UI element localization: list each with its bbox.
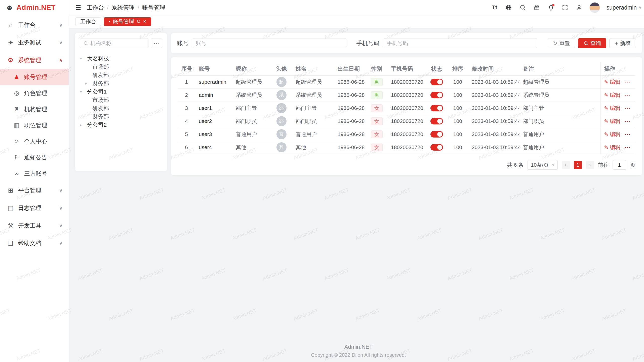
- row-avatar: 超: [276, 77, 287, 87]
- sidebar-item-label: 日志管理: [18, 204, 57, 212]
- status-toggle[interactable]: [430, 118, 443, 124]
- current-username[interactable]: superadmin: [607, 4, 641, 11]
- tree-caret-icon[interactable]: ▸: [80, 123, 87, 127]
- edit-button[interactable]: 编辑: [604, 144, 621, 151]
- nickname-cell: 部门主管: [232, 102, 271, 115]
- sidebar-menu-item[interactable]: ❏ 帮助文档 ∨: [0, 234, 69, 252]
- tab-refresh-icon[interactable]: ↻: [137, 19, 141, 24]
- language-icon[interactable]: [505, 4, 512, 11]
- account-filter-input[interactable]: [196, 40, 343, 46]
- view-tab[interactable]: ● 账号管理 ↻ ✕: [104, 17, 151, 26]
- tree-node[interactable]: ▸ 分公司2: [80, 121, 162, 129]
- status-toggle[interactable]: [430, 79, 443, 85]
- more-actions-icon[interactable]: [624, 144, 631, 151]
- status-toggle[interactable]: [430, 144, 443, 151]
- reset-button[interactable]: 重置: [548, 38, 575, 48]
- sidebar-menu-item[interactable]: ⊞ 平台管理 ∨: [0, 182, 69, 199]
- menu-collapse-icon[interactable]: [75, 4, 81, 11]
- notification-bell-icon[interactable]: [547, 4, 555, 11]
- birthday-cell: 1986-06-28: [334, 75, 366, 88]
- font-size-icon[interactable]: Tt: [491, 4, 498, 11]
- current-page-button[interactable]: 1: [574, 161, 582, 169]
- tree-caret-icon[interactable]: ▾: [80, 89, 87, 94]
- edit-button[interactable]: 编辑: [604, 92, 621, 99]
- prev-page-button[interactable]: [562, 161, 570, 169]
- add-button-label: 新增: [620, 40, 631, 47]
- lock-screen-icon[interactable]: [575, 4, 583, 11]
- remark-cell: 系统管理员: [519, 88, 600, 102]
- edit-button[interactable]: 编辑: [604, 78, 621, 85]
- edit-button[interactable]: 编辑: [604, 131, 621, 138]
- next-page-button[interactable]: [586, 161, 594, 169]
- tree-node[interactable]: 研发部: [80, 104, 162, 112]
- view-tab[interactable]: 工作台: [75, 17, 101, 26]
- tree-node[interactable]: 财务部: [80, 112, 162, 121]
- goto-page-input[interactable]: [613, 160, 626, 170]
- tree-node[interactable]: ▾ 分公司1: [80, 87, 162, 96]
- nickname-cell: 超级管理员: [232, 75, 271, 88]
- sidebar-menu-item[interactable]: ▤ 日志管理 ∨: [0, 199, 69, 217]
- accounts-table-panel: 序号 账号 昵称 头像 姓名 出生日期 性别 手机号码 状态 排序 修改时间: [171, 57, 642, 175]
- org-tree-more-button[interactable]: [151, 38, 162, 48]
- breadcrumb-item[interactable]: 工作台: [87, 4, 111, 12]
- remark-cell: 普通用户: [519, 141, 600, 154]
- col-header-birthday: 出生日期: [334, 62, 366, 75]
- tree-node[interactable]: 市场部: [80, 63, 162, 71]
- tree-node[interactable]: ▸ 财务部: [80, 79, 162, 87]
- edit-button[interactable]: 编辑: [604, 118, 621, 125]
- log-manage-icon: ▤: [6, 204, 15, 212]
- breadcrumb: 工作台 系统管理 账号管理: [87, 4, 165, 12]
- modified-time-cell: 2023-01-03 10:59:44: [468, 128, 519, 141]
- more-actions-icon[interactable]: [624, 78, 631, 85]
- more-actions-icon[interactable]: [624, 92, 631, 99]
- tree-caret-icon[interactable]: ▾: [80, 56, 87, 61]
- sidebar-menu-item[interactable]: ⚐ 通知公告: [0, 149, 69, 165]
- nickname-cell: 普通用户: [232, 128, 271, 141]
- tree-caret-icon[interactable]: ▸: [85, 81, 92, 86]
- more-actions-icon[interactable]: [624, 118, 631, 125]
- status-toggle[interactable]: [430, 131, 443, 138]
- sidebar: Admin.NET ⌂ 工作台 ∨ ✈ 业务测试 ∨ ⚙ 系统管理: [0, 0, 69, 362]
- row-avatar: 系: [276, 90, 287, 100]
- sidebar-menu-item[interactable]: ⚙ 系统管理 ∧: [0, 51, 69, 69]
- sidebar-menu-item[interactable]: ◎ 角色管理: [0, 85, 69, 101]
- status-toggle[interactable]: [430, 105, 443, 111]
- sidebar-item-label: 业务测试: [18, 39, 57, 47]
- tree-node[interactable]: ▾ 大名科技: [80, 54, 162, 63]
- breadcrumb-item[interactable]: 系统管理: [111, 4, 142, 12]
- sidebar-menu-item[interactable]: ⚒ 开发工具 ∨: [0, 217, 69, 234]
- tab-close-icon[interactable]: ✕: [143, 19, 146, 24]
- fullscreen-icon[interactable]: [561, 4, 569, 11]
- org-search-input[interactable]: [90, 40, 145, 46]
- tree-node[interactable]: 研发部: [80, 71, 162, 79]
- status-cell: [426, 88, 447, 102]
- theme-icon[interactable]: [533, 4, 541, 11]
- org-search-field: [80, 38, 148, 48]
- sidebar-menu-item[interactable]: ♜ 机构管理: [0, 101, 69, 117]
- sidebar-menu-item[interactable]: ▥ 职位管理: [0, 117, 69, 133]
- edit-button[interactable]: 编辑: [604, 105, 621, 112]
- row-avatar: 其: [276, 142, 287, 152]
- sidebar-menu-item[interactable]: ∞ 三方账号: [0, 165, 69, 182]
- sidebar-menu-item[interactable]: ♟ 账号管理: [0, 69, 69, 85]
- sidebar-menu-item[interactable]: ⌂ 工作台 ∨: [0, 16, 69, 34]
- status-cell: [426, 102, 447, 115]
- sidebar-menu-item[interactable]: ✈ 业务测试 ∨: [0, 34, 69, 51]
- phone-filter-input[interactable]: [387, 40, 534, 46]
- tree-node-label: 研发部: [92, 105, 109, 112]
- add-button[interactable]: 新增: [609, 38, 636, 48]
- page-size-select[interactable]: 10条/页: [528, 160, 558, 170]
- breadcrumb-item[interactable]: 账号管理: [142, 4, 165, 12]
- total-count-label: 共 6 条: [507, 161, 524, 168]
- query-button[interactable]: 查询: [578, 38, 606, 48]
- main-area: 工作台 系统管理 账号管理 Tt: [69, 0, 644, 362]
- more-actions-icon[interactable]: [624, 105, 631, 112]
- search-icon[interactable]: [519, 4, 527, 11]
- more-actions-icon[interactable]: [624, 131, 631, 138]
- sidebar-menu-item[interactable]: ☺ 个人中心: [0, 133, 69, 149]
- gender-tag: 女: [371, 104, 383, 112]
- user-avatar[interactable]: [589, 2, 600, 13]
- status-toggle[interactable]: [430, 92, 443, 98]
- page-footer: Admin.NET Copyright © 2022 Dilon All rig…: [69, 344, 644, 358]
- tree-node[interactable]: 市场部: [80, 96, 162, 104]
